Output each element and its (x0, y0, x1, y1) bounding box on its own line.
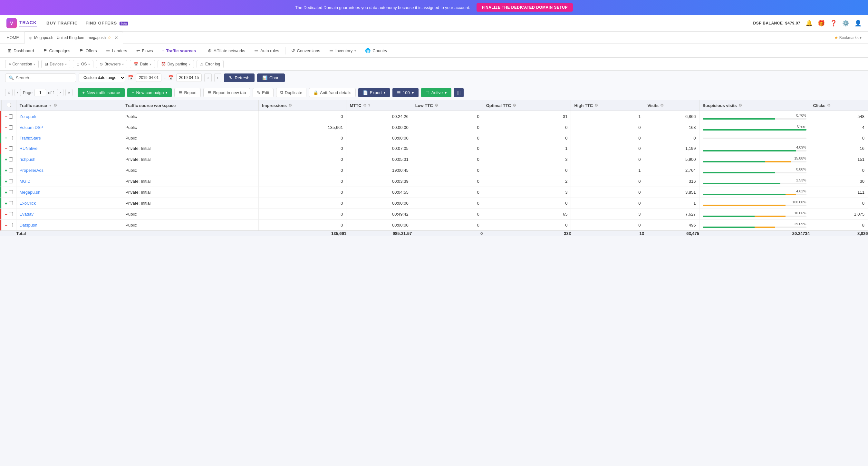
report-tab-button[interactable]: ☰ Report in new tab (203, 88, 250, 97)
page-first-button[interactable]: « (5, 89, 12, 96)
row-clicks: 4 (810, 122, 868, 133)
row-checkbox[interactable] (9, 179, 13, 183)
track-nav[interactable]: TRACK (19, 20, 37, 26)
suspicious-gear[interactable]: ⚙ (739, 103, 742, 107)
row-checkbox[interactable] (9, 190, 13, 194)
row-mttc: 00:00:00 (346, 133, 412, 143)
date-range-select[interactable]: Custom date range (79, 73, 125, 82)
row-impressions: 0 (259, 209, 346, 220)
low-ttc-gear[interactable]: ⚙ (435, 103, 438, 107)
refresh-button[interactable]: ↻ Refresh (224, 73, 254, 82)
settings-button[interactable]: ⚙️ (842, 20, 849, 27)
devices-filter[interactable]: ⊟ Devices ▾ (41, 60, 70, 68)
row-impressions: 0 (259, 154, 346, 165)
os-filter[interactable]: ⊡ OS ▾ (73, 60, 93, 68)
date-next-button[interactable]: › (214, 73, 222, 82)
page-next-button[interactable]: › (57, 89, 63, 96)
clicks-gear[interactable]: ⚙ (827, 103, 831, 107)
nav-landers[interactable]: ☰ Landers (101, 44, 132, 58)
traffic-source-gear[interactable]: ⚙ (54, 103, 57, 107)
nav-affiliate-networks[interactable]: ⊕ Affiliate networks (203, 44, 250, 58)
visits-gear[interactable]: ⚙ (660, 103, 664, 107)
mttc-help[interactable]: ? (368, 103, 371, 107)
help-button[interactable]: ❓ (830, 20, 837, 27)
connection-filter[interactable]: ≈ Connection ▾ (5, 60, 39, 68)
actions-bar: « ‹ Page of 1 › » + New traffic source +… (0, 85, 868, 100)
tab-star-icon[interactable]: ☆ (107, 35, 111, 40)
row-checkbox[interactable] (9, 212, 13, 216)
mttc-gear[interactable]: ⚙ (363, 103, 367, 107)
impressions-gear[interactable]: ⚙ (288, 103, 292, 107)
report-button[interactable]: ☰ Report (174, 88, 201, 97)
bookmarks[interactable]: ★ Bookmarks ▾ (835, 35, 862, 40)
day-parting-filter[interactable]: ⏰ Day parting ▾ (158, 60, 194, 68)
date-filter[interactable]: 📅 Date ▾ (130, 60, 155, 68)
row-checkbox[interactable] (9, 136, 13, 140)
duplicate-button[interactable]: ⧉ Duplicate (276, 88, 306, 97)
row-checkbox[interactable] (9, 223, 13, 227)
gift-button[interactable]: 🎁 (818, 20, 825, 27)
inventory-arrow: ▾ (354, 49, 356, 53)
count-button[interactable]: ☰ 100 ▾ (393, 88, 418, 97)
columns-button[interactable]: ||| (454, 88, 464, 97)
buy-traffic-nav[interactable]: BUY TRAFFIC (46, 19, 78, 27)
home-tab[interactable]: HOME (6, 35, 24, 40)
optimal-ttc-gear[interactable]: ⚙ (513, 103, 516, 107)
new-campaign-button[interactable]: + New campaign ▾ (127, 88, 172, 97)
row-optimal-ttc: 3 (483, 154, 571, 165)
row-low-ttc: 0 (412, 187, 483, 198)
profile-button[interactable]: 👤 (855, 20, 862, 27)
notifications-button[interactable]: 🔔 (805, 20, 813, 27)
nav-auto-rules[interactable]: ☰ Auto rules (250, 44, 284, 58)
nav-offers[interactable]: ⚑ Offers (75, 44, 101, 58)
date-icon: 📅 (133, 62, 138, 66)
devices-icon: ⊟ (45, 62, 48, 66)
row-indicator-symbol: + (5, 201, 7, 206)
tab-close-button[interactable]: ✕ (114, 35, 118, 40)
select-all-checkbox[interactable] (7, 103, 11, 107)
nav-inventory[interactable]: ☰ Inventory ▾ (325, 44, 361, 58)
date-prev-button[interactable]: ‹ (204, 73, 212, 82)
table-row: + Megapu.sh Private: Initial 0 00:04:55 … (0, 187, 868, 198)
nav-dashboard[interactable]: ⊞ Dashboard (3, 44, 39, 58)
count-arrow: ▾ (412, 90, 414, 95)
nav-conversions[interactable]: ↺ Conversions (287, 44, 325, 58)
new-traffic-source-button[interactable]: + New traffic source (78, 88, 124, 97)
row-workspace: Private: Initial (122, 154, 259, 165)
edit-button[interactable]: ✎ Edit (253, 88, 273, 97)
anti-fraud-button[interactable]: 🔒 Anti-fraud details (309, 88, 356, 97)
active-button[interactable]: ☐ Active ▾ (421, 88, 452, 97)
chart-button[interactable]: 📊 Chart (257, 73, 285, 82)
export-button[interactable]: 📄 Export ▾ (358, 88, 390, 97)
finalize-domain-button[interactable]: FINALIZE THE DEDICATED DOMAIN SETUP (476, 3, 573, 11)
date-from-value: 2019-04-01 (139, 75, 158, 80)
nav-traffic-sources[interactable]: ↑ Traffic sources (157, 44, 200, 58)
col-workspace: Traffic source workspace (122, 100, 259, 111)
row-checkbox[interactable] (9, 168, 13, 173)
page-prev-button[interactable]: ‹ (14, 89, 21, 96)
page-number-input[interactable] (34, 89, 46, 96)
new-traffic-source-label: New traffic source (87, 90, 120, 95)
beta-badge: beta (120, 22, 129, 26)
nav-campaigns[interactable]: ⚑ Campaigns (39, 44, 75, 58)
row-checkbox[interactable] (9, 115, 13, 119)
total-label: Total (16, 231, 122, 236)
row-checkbox[interactable] (9, 146, 13, 151)
find-offers-nav[interactable]: FIND OFFERS (85, 19, 117, 27)
row-checkbox[interactable] (9, 201, 13, 205)
page-last-button[interactable]: » (65, 89, 73, 96)
high-ttc-gear[interactable]: ⚙ (594, 103, 598, 107)
new-campaign-label: New campaign (136, 90, 164, 95)
traffic-source-sort[interactable]: ▼ (49, 104, 52, 107)
row-high-ttc: 0 (571, 176, 644, 187)
nav-country[interactable]: 🌐 Country (361, 44, 392, 58)
browsers-filter[interactable]: ⊙ Browsers ▾ (96, 60, 127, 68)
col-high-ttc: High TTC ⚙ (571, 100, 644, 111)
row-checkbox[interactable] (9, 157, 13, 161)
search-input[interactable] (16, 75, 67, 80)
row-checkbox[interactable] (9, 125, 13, 129)
row-clicks: 0 (810, 133, 868, 143)
active-tab[interactable]: ◎ Megapu.sh - United Kingdom - megapush … (24, 32, 123, 44)
nav-flows[interactable]: ⇌ Flows (132, 44, 158, 58)
error-log-filter[interactable]: ⚠ Error log (196, 60, 224, 68)
